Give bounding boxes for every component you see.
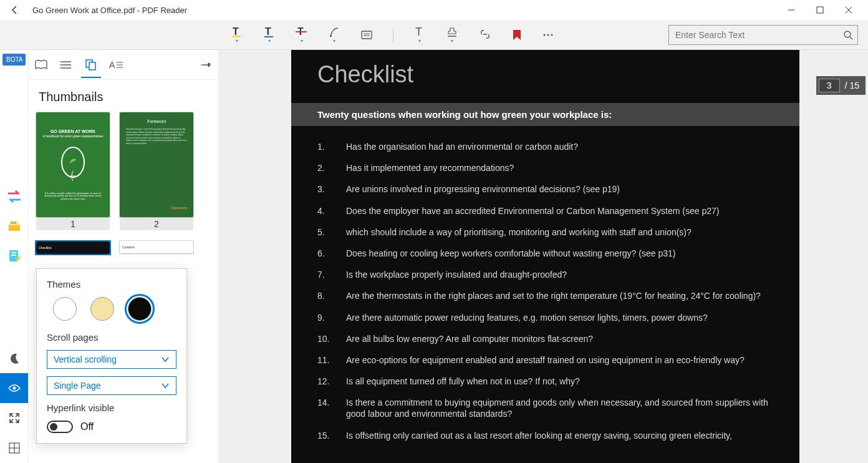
more-tool[interactable]	[542, 29, 554, 41]
hyperlink-toggle[interactable]	[47, 421, 73, 433]
back-button[interactable]	[5, 0, 25, 20]
svg-rect-35	[89, 62, 95, 70]
svg-point-31	[60, 61, 60, 62]
hyperlink-label: Hyperlink visible	[47, 402, 176, 413]
question-row: 11.Are eco-options for equipment enabled…	[317, 354, 773, 366]
maximize-button[interactable]	[806, 0, 834, 20]
link-tool[interactable]	[478, 30, 492, 40]
underline-tool[interactable]: T▾	[263, 26, 276, 44]
question-text: Are eco-options for equipment enabled an…	[342, 354, 773, 366]
question-text: Is all equipment turned off fully when n…	[342, 376, 773, 387]
rail-form-icon[interactable]	[0, 241, 28, 271]
rail-grid-icon[interactable]	[0, 433, 28, 463]
rail-tag[interactable]: BOTA	[2, 54, 26, 66]
question-row: 7.Is the workplace properly insulated an…	[317, 269, 773, 280]
svg-text:T: T	[233, 26, 239, 37]
svg-text:FAX: FAX	[11, 221, 17, 225]
close-button[interactable]	[834, 0, 863, 20]
titlebar: Go Green Work at Office.pdf - PDF Reader	[0, 0, 868, 20]
question-number: 4.	[317, 205, 342, 217]
thumbnail-2[interactable]: Foreword Climate change is one of the gr…	[120, 112, 193, 230]
question-number: 10.	[317, 333, 342, 344]
question-row: 6.Does heating or cooling keep workers c…	[317, 248, 773, 259]
svg-rect-5	[264, 36, 273, 37]
theme-sepia[interactable]	[90, 297, 114, 321]
question-row: 12.Is all equipment turned off fully whe…	[317, 376, 773, 387]
highlight-tool[interactable]: T▾	[231, 26, 243, 44]
question-number: 9.	[317, 312, 342, 323]
minimize-button[interactable]	[777, 0, 806, 20]
chevron-down-icon	[161, 383, 170, 389]
view-settings-popup: Themes Scroll pages Vertical scrolling S…	[36, 268, 187, 444]
rail-fullscreen-icon[interactable]	[0, 403, 28, 433]
thumb-pagenum: 2	[120, 218, 193, 230]
svg-rect-18	[9, 225, 20, 231]
rail-fax-icon[interactable]: FAX	[0, 212, 28, 241]
scroll-label: Scroll pages	[47, 332, 176, 343]
document-area[interactable]: Checklist Twenty questions when working …	[219, 50, 868, 463]
question-text: Does the employer have an accredited Env…	[342, 205, 773, 217]
ink-tool[interactable]: ▾	[328, 26, 340, 44]
thumbnail-3[interactable]: Checklist	[36, 240, 110, 255]
tab-thumbnails[interactable]	[79, 52, 104, 77]
page-mode-select[interactable]: Single Page	[47, 376, 176, 395]
svg-text:T: T	[415, 26, 422, 38]
question-text: Are there automatic power reducing featu…	[342, 312, 773, 323]
svg-point-15	[551, 34, 553, 36]
question-text: Does heating or cooling keep workers com…	[342, 248, 773, 259]
question-row: 8.Are the thermostats in the right place…	[317, 290, 773, 301]
search-input[interactable]	[668, 25, 858, 45]
question-text: Has it implemented any recommendations?	[342, 162, 773, 173]
question-number: 7.	[317, 269, 342, 280]
theme-dark[interactable]	[128, 297, 152, 321]
question-number: 8.	[317, 290, 342, 301]
thumbnails-title: Thumbnails	[29, 80, 218, 112]
stamp-tool[interactable]: ▾	[446, 26, 458, 44]
svg-line-17	[850, 37, 852, 39]
svg-rect-7	[296, 31, 307, 32]
question-row: 10.Are all bulbs low energy? Are all com…	[317, 333, 773, 344]
tab-annotations[interactable]: A	[104, 52, 128, 77]
question-row: 14.Is there a commitment to buying equip…	[317, 397, 773, 419]
text-tool[interactable]: T▾	[413, 26, 426, 44]
window-title: Go Green Work at Office.pdf - PDF Reader	[32, 6, 187, 15]
tab-pin[interactable]	[193, 52, 218, 77]
question-number: 15.	[317, 430, 342, 441]
scroll-mode-select[interactable]: Vertical scrolling	[47, 350, 176, 369]
question-row: 2.Has it implemented any recommendations…	[317, 162, 773, 173]
toolbar-divider	[393, 27, 393, 42]
question-number: 14.	[317, 397, 342, 419]
rail-night-icon[interactable]	[0, 343, 28, 373]
rail-convert-icon[interactable]	[0, 182, 28, 212]
page-current-input[interactable]: 3	[819, 79, 840, 92]
page-indicator: 3 / 15	[816, 76, 866, 95]
theme-light[interactable]	[53, 297, 77, 321]
svg-point-32	[60, 64, 60, 66]
pdf-page: Checklist Twenty questions when working …	[291, 50, 799, 463]
search-icon[interactable]	[843, 30, 853, 40]
thumbnail-1[interactable]: GO GREEN AT WORK A handbook for union gr…	[36, 112, 110, 230]
svg-point-40	[62, 147, 84, 177]
left-rail: BOTA FAX	[0, 50, 29, 463]
svg-rect-23	[11, 255, 16, 256]
tab-outline[interactable]	[54, 52, 79, 77]
svg-rect-22	[11, 252, 16, 253]
question-text: Are unions involved in progressing envir…	[342, 183, 773, 195]
question-text: Is there a commitment to buying equipmen…	[342, 397, 773, 419]
question-text: which should include a way of prioritisi…	[342, 227, 773, 238]
question-row: 9.Are there automatic power reducing fea…	[317, 312, 773, 323]
note-tool[interactable]	[360, 29, 373, 41]
svg-point-14	[547, 34, 549, 36]
strikeout-tool[interactable]: T▾	[296, 26, 308, 44]
svg-point-33	[60, 67, 60, 69]
rail-view-icon[interactable]	[0, 373, 28, 403]
question-row: 15.Is offsetting only carried out as a l…	[317, 430, 773, 441]
svg-point-24	[12, 387, 16, 390]
svg-rect-1	[817, 7, 823, 13]
tab-reading[interactable]	[29, 52, 54, 77]
question-row: 1.Has the organisation had an environmen…	[317, 141, 773, 152]
bookmark-tool[interactable]	[512, 29, 522, 41]
page-total: / 15	[845, 80, 859, 90]
question-row: 5.which should include a way of prioriti…	[317, 227, 773, 238]
thumbnail-4[interactable]: Contents	[120, 240, 193, 255]
